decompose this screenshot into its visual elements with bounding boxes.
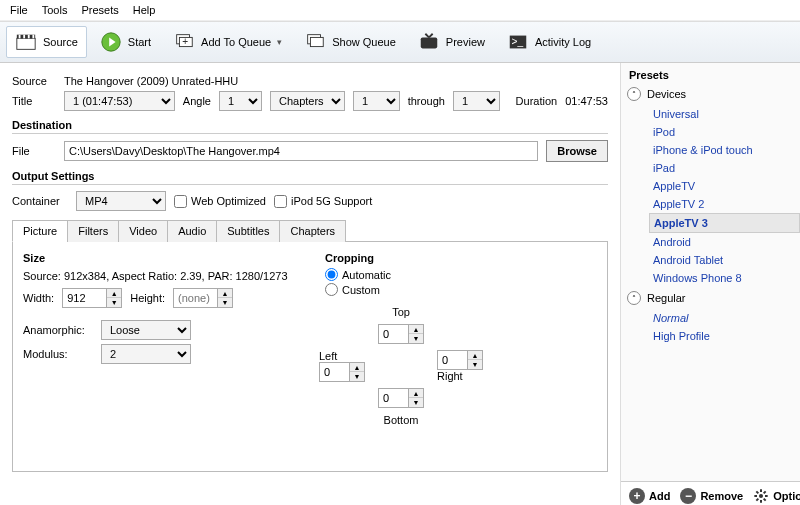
left-pane: Source The Hangover (2009) Unrated-HHU T…	[0, 63, 620, 505]
svg-rect-2	[19, 35, 21, 39]
menu-presets[interactable]: Presets	[81, 4, 118, 16]
play-icon	[100, 31, 122, 53]
height-spinner[interactable]: ▲▼	[173, 288, 233, 308]
preset-add-button[interactable]: +Add	[629, 488, 670, 504]
source-dimensions: Source: 912x384, Aspect Ratio: 2.39, PAR…	[23, 270, 295, 282]
presets-category-devices[interactable]: ˄ Devices	[621, 83, 800, 105]
start-button[interactable]: Start	[91, 26, 160, 58]
ipod-5g-checkbox[interactable]: iPod 5G Support	[274, 195, 372, 208]
anamorphic-select[interactable]: Loose	[101, 320, 191, 340]
gear-icon	[753, 488, 769, 504]
menu-file[interactable]: File	[10, 4, 28, 16]
add-queue-label: Add To Queue	[201, 36, 271, 48]
menu-tools[interactable]: Tools	[42, 4, 68, 16]
file-label: File	[12, 145, 56, 157]
width-spinner[interactable]: ▲▼	[62, 288, 122, 308]
tab-subtitles[interactable]: Subtitles	[216, 220, 280, 242]
duration-label: Duration	[516, 95, 558, 107]
menu-help[interactable]: Help	[133, 4, 156, 16]
svg-line-15	[429, 34, 433, 38]
preset-item[interactable]: Android	[649, 233, 800, 251]
svg-line-26	[764, 491, 766, 493]
tab-audio[interactable]: Audio	[167, 220, 217, 242]
clapperboard-icon	[15, 31, 37, 53]
browse-button[interactable]: Browse	[546, 140, 608, 162]
duration-value: 01:47:53	[565, 95, 608, 107]
size-heading: Size	[23, 252, 295, 264]
svg-rect-5	[32, 35, 34, 39]
container-label: Container	[12, 195, 68, 207]
svg-text:+: +	[182, 36, 188, 47]
main-area: Source The Hangover (2009) Unrated-HHU T…	[0, 63, 800, 505]
range-type-select[interactable]: Chapters	[270, 91, 345, 111]
anamorphic-label: Anamorphic:	[23, 324, 93, 336]
presets-category-regular[interactable]: ˄ Regular	[621, 287, 800, 309]
preset-item[interactable]: iPhone & iPod touch	[649, 141, 800, 159]
devices-list: UniversaliPodiPhone & iPod touchiPadAppl…	[621, 105, 800, 287]
plus-icon: +	[629, 488, 645, 504]
minus-icon: −	[680, 488, 696, 504]
crop-custom-radio[interactable]: Custom	[325, 283, 380, 296]
svg-rect-0	[17, 38, 35, 49]
preview-button[interactable]: Preview	[409, 26, 494, 58]
preset-item[interactable]: Universal	[649, 105, 800, 123]
output-settings-heading: Output Settings	[12, 170, 608, 182]
svg-point-18	[759, 494, 763, 498]
destination-heading: Destination	[12, 119, 608, 131]
add-queue-button[interactable]: + Add To Queue	[164, 26, 291, 58]
container-select[interactable]: MP4	[76, 191, 166, 211]
preset-options-button[interactable]: Options	[753, 488, 800, 504]
title-label: Title	[12, 95, 56, 107]
preset-item[interactable]: iPod	[649, 123, 800, 141]
terminal-icon: >_	[507, 31, 529, 53]
tab-chapters[interactable]: Chapters	[279, 220, 346, 242]
web-optimized-checkbox[interactable]: Web Optimized	[174, 195, 266, 208]
crop-top-spinner[interactable]: ▲▼	[378, 324, 424, 344]
svg-rect-12	[311, 37, 324, 46]
crop-auto-radio[interactable]: Automatic	[325, 268, 391, 281]
preset-remove-button[interactable]: −Remove	[680, 488, 743, 504]
show-queue-icon	[304, 31, 326, 53]
presets-pane: Presets ˄ Devices UniversaliPodiPhone & …	[620, 63, 800, 505]
crop-right-spinner[interactable]: ▲▼	[437, 350, 483, 370]
modulus-label: Modulus:	[23, 348, 93, 360]
preset-item[interactable]: iPad	[649, 159, 800, 177]
crop-bottom-spinner[interactable]: ▲▼	[378, 388, 424, 408]
preset-item[interactable]: AppleTV 3	[649, 213, 800, 233]
svg-rect-4	[28, 35, 30, 39]
svg-rect-13	[421, 37, 438, 48]
preset-item[interactable]: AppleTV	[649, 177, 800, 195]
preset-item[interactable]: High Profile	[649, 327, 800, 345]
preset-item[interactable]: AppleTV 2	[649, 195, 800, 213]
crop-left-label: Left	[319, 350, 337, 362]
chapter-from-select[interactable]: 1	[353, 91, 400, 111]
presets-footer: +Add −Remove Options	[621, 481, 800, 505]
title-select[interactable]: 1 (01:47:53)	[64, 91, 175, 111]
source-name: The Hangover (2009) Unrated-HHU	[64, 75, 238, 87]
destination-input[interactable]	[64, 141, 538, 161]
tv-icon	[418, 31, 440, 53]
preset-item[interactable]: Normal	[649, 309, 800, 327]
add-queue-icon: +	[173, 31, 195, 53]
picture-tab-body: Size Source: 912x384, Aspect Ratio: 2.39…	[12, 242, 608, 472]
source-label: Source	[12, 75, 56, 87]
start-button-label: Start	[128, 36, 151, 48]
tab-video[interactable]: Video	[118, 220, 168, 242]
preset-item[interactable]: Android Tablet	[649, 251, 800, 269]
modulus-select[interactable]: 2	[101, 344, 191, 364]
chapter-to-select[interactable]: 1	[453, 91, 500, 111]
chevron-up-icon: ˄	[627, 87, 641, 101]
angle-select[interactable]: 1	[219, 91, 262, 111]
activity-log-button[interactable]: >_ Activity Log	[498, 26, 600, 58]
preset-item[interactable]: Windows Phone 8	[649, 269, 800, 287]
activity-log-label: Activity Log	[535, 36, 591, 48]
show-queue-button[interactable]: Show Queue	[295, 26, 405, 58]
menu-bar: File Tools Presets Help	[0, 0, 800, 21]
height-label: Height:	[130, 292, 165, 304]
crop-left-spinner[interactable]: ▲▼	[319, 362, 365, 382]
tab-picture[interactable]: Picture	[12, 220, 68, 242]
through-label: through	[408, 95, 445, 107]
source-button[interactable]: Source	[6, 26, 87, 58]
settings-tabs: Picture Filters Video Audio Subtitles Ch…	[12, 219, 608, 242]
tab-filters[interactable]: Filters	[67, 220, 119, 242]
